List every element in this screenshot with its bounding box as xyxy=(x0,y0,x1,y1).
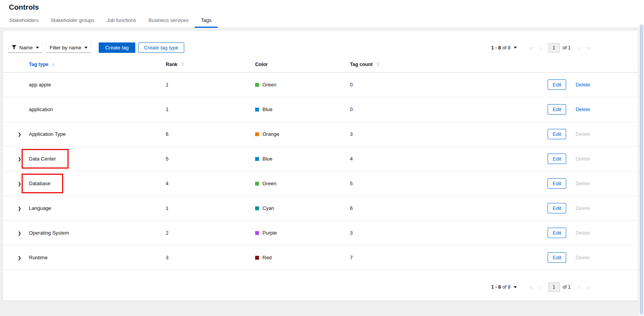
tag-type-cell: application xyxy=(29,106,166,112)
last-page-button[interactable]: » xyxy=(583,284,594,290)
last-page-button[interactable]: » xyxy=(583,45,594,51)
previous-page-button[interactable]: ‹ xyxy=(536,45,545,51)
edit-button[interactable]: Edit xyxy=(548,79,566,90)
expand-cell: ❯ xyxy=(3,81,29,89)
tag-type-label: Application Type xyxy=(29,131,66,137)
delete-button[interactable]: Delete xyxy=(575,82,590,88)
tag-type-label: app apple xyxy=(29,82,51,88)
caret-down-icon xyxy=(84,47,87,49)
edit-button[interactable]: Edit xyxy=(548,154,566,164)
edit-button[interactable]: Edit xyxy=(548,104,566,115)
column-header-tag-type[interactable]: Tag type ↑ xyxy=(29,62,166,68)
tags-card: Name Filter by name Create tag Create ta… xyxy=(3,31,638,301)
color-label: Green xyxy=(262,181,276,186)
color-swatch xyxy=(255,256,259,260)
tag-type-cell: Application Type xyxy=(29,131,166,137)
tab-bar: Stakeholders Stakeholder groups Job func… xyxy=(0,14,644,28)
tab-business-services[interactable]: Business services xyxy=(142,14,195,27)
tag-count-cell: 3 xyxy=(350,230,548,236)
next-page-button[interactable]: › xyxy=(575,284,583,290)
expand-row-button[interactable]: ❯ xyxy=(16,253,23,262)
pagination-menu-toggle[interactable]: 1 - 8of 8 xyxy=(491,45,517,51)
sort-ascending-icon: ↑ xyxy=(52,62,54,68)
filter-category-dropdown[interactable]: Name xyxy=(8,42,43,53)
delete-button[interactable]: Delete xyxy=(575,255,590,260)
edit-button[interactable]: Edit xyxy=(548,252,566,263)
color-label: Red xyxy=(262,255,272,260)
color-swatch xyxy=(255,206,259,210)
tab-tags[interactable]: Tags xyxy=(195,14,217,27)
expand-cell: ❯ xyxy=(3,105,29,113)
edit-button[interactable]: Edit xyxy=(548,129,566,139)
expand-row-button[interactable]: ❯ xyxy=(16,204,23,212)
tag-count-cell: 6 xyxy=(350,205,548,211)
column-header-rank[interactable]: Rank ⇅ xyxy=(166,62,255,67)
current-page-input[interactable] xyxy=(548,282,560,292)
tag-type-cell: Database xyxy=(29,174,166,193)
rank-cell: 1 xyxy=(166,205,255,211)
delete-button[interactable]: Delete xyxy=(575,106,590,112)
table-row: ❯ Language 1 Cyan 6 Edit Delete xyxy=(3,196,638,221)
rank-cell: 2 xyxy=(166,230,255,236)
expand-cell: ❯ xyxy=(3,204,29,212)
delete-button[interactable]: Delete xyxy=(575,131,590,137)
edit-button[interactable]: Edit xyxy=(548,203,566,213)
delete-button[interactable]: Delete xyxy=(575,181,590,186)
edit-button[interactable]: Edit xyxy=(548,178,566,189)
caret-down-icon xyxy=(514,286,517,288)
edit-button[interactable]: Edit xyxy=(548,228,566,238)
pagination-menu-toggle[interactable]: 1 - 8of 8 xyxy=(491,284,517,290)
tag-count-cell: 0 xyxy=(350,82,548,88)
filter-by-name-dropdown[interactable]: Filter by name xyxy=(46,42,91,53)
previous-page-button[interactable]: ‹ xyxy=(536,284,545,290)
tag-type-label: Runtime xyxy=(29,255,47,260)
tab-stakeholder-groups[interactable]: Stakeholder groups xyxy=(45,14,101,27)
table-row: ❯ Operating System 2 Purple 3 Edit Delet… xyxy=(3,221,638,245)
tag-count-cell: 0 xyxy=(350,106,548,112)
color-cell: Green xyxy=(255,181,350,186)
tab-stakeholders[interactable]: Stakeholders xyxy=(3,14,45,27)
expand-row-button[interactable]: ❯ xyxy=(16,130,23,138)
caret-down-icon xyxy=(514,47,517,49)
table-row: ❯ Database 4 Green 5 Edit Delete xyxy=(3,171,638,196)
rank-cell: 1 xyxy=(166,82,255,88)
table-row: ❯ Data Center 5 Blue 4 Edit Delete xyxy=(3,147,638,171)
tag-count-cell: 5 xyxy=(350,181,548,186)
table-body: ❯ app apple 1 Green 0 Edit Delete ❯ appl… xyxy=(3,73,638,270)
color-swatch xyxy=(255,182,259,186)
expand-row-button[interactable]: ❯ xyxy=(16,229,23,237)
tag-count-cell: 4 xyxy=(350,156,548,162)
color-swatch xyxy=(255,132,259,136)
first-page-button[interactable]: « xyxy=(526,45,536,51)
chevron-right-icon: ❯ xyxy=(18,157,21,161)
tag-count-cell: 3 xyxy=(350,131,548,137)
scrollbar-thumb[interactable] xyxy=(640,25,643,314)
first-page-button[interactable]: « xyxy=(526,284,536,290)
delete-button[interactable]: Delete xyxy=(575,205,590,211)
create-tag-type-button[interactable]: Create tag type xyxy=(138,42,184,53)
table-row: ❯ application 1 Blue 0 Edit Delete xyxy=(3,97,638,122)
scrollbar[interactable] xyxy=(639,24,644,316)
tag-type-label: Operating System xyxy=(29,230,69,236)
next-page-button[interactable]: › xyxy=(575,45,583,51)
sort-icon: ⇅ xyxy=(376,62,380,67)
tag-type-cell: Runtime xyxy=(29,255,166,260)
color-label: Purple xyxy=(262,230,277,236)
color-swatch xyxy=(255,157,259,161)
tab-job-functions[interactable]: Job functions xyxy=(101,14,143,27)
column-header-tag-count[interactable]: Tag count ⇅ xyxy=(350,62,548,67)
current-page-input[interactable] xyxy=(548,43,560,52)
filter-icon xyxy=(12,45,16,51)
color-swatch xyxy=(255,108,259,112)
tag-type-cell: Language xyxy=(29,205,166,211)
color-cell: Cyan xyxy=(255,205,350,211)
create-tag-button[interactable]: Create tag xyxy=(99,42,135,53)
delete-button[interactable]: Delete xyxy=(575,230,590,236)
caret-down-icon xyxy=(36,47,39,49)
page-count-label: of 1 xyxy=(563,284,571,290)
delete-button[interactable]: Delete xyxy=(575,156,590,162)
color-swatch xyxy=(255,83,259,87)
chevron-right-icon: ❯ xyxy=(18,181,21,186)
expand-cell: ❯ xyxy=(3,253,29,262)
pagination-range-label: 1 - 8 xyxy=(491,45,501,51)
